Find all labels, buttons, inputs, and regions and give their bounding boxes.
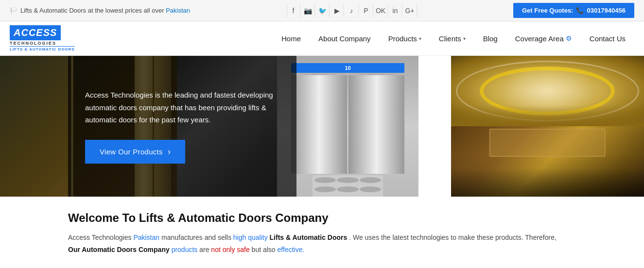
tagline: Lifts & Automatic Doors at the lowest pr… <box>20 7 190 14</box>
nav-clients[interactable]: Clients ▾ <box>430 30 474 48</box>
youtube-icon[interactable]: ▶ <box>331 4 344 17</box>
not-only-safe-text: not only safe <box>211 246 249 253</box>
nav-home[interactable]: Home <box>273 30 310 48</box>
linkedin-icon[interactable]: in <box>389 4 402 17</box>
phone-icon: 📞 <box>576 7 584 14</box>
googleplus-icon[interactable]: G+ <box>403 4 417 17</box>
arrow-icon: › <box>168 147 171 157</box>
header: ACCESS TECHNOLOGIES LIFTS & AUTOMATIC DO… <box>0 21 644 56</box>
hero-image-right <box>451 56 644 197</box>
twitter-icon[interactable]: 🐦 <box>316 4 330 17</box>
welcome-title: Welcome To Lifts & Automatic Doors Compa… <box>68 211 576 225</box>
product-name-bold: Lifts & Automatic Doors <box>270 234 348 241</box>
flag-icon: 🏳️ <box>10 7 17 14</box>
hero-section: 10 <box>0 56 644 197</box>
facebook-icon[interactable]: f <box>287 4 300 17</box>
nav-contact[interactable]: Contact Us <box>581 30 634 48</box>
get-free-quotes-button[interactable]: Get Free Quotes: 📞 03017940456 <box>513 3 634 18</box>
nav-about[interactable]: About Company <box>310 30 380 48</box>
instagram-icon[interactable]: 📷 <box>301 4 315 17</box>
hero-overlay: Access Technologies is the leading and f… <box>68 56 296 197</box>
social-icons: f 📷 🐦 ▶ ♪ P OK in G+ <box>287 4 417 17</box>
logo[interactable]: ACCESS TECHNOLOGIES LIFTS & AUTOMATIC DO… <box>10 25 75 51</box>
welcome-section: Welcome To Lifts & Automatic Doors Compa… <box>0 197 644 266</box>
welcome-text: Access Technologies Pakistan manufacture… <box>68 232 576 256</box>
chevron-down-icon: ▾ <box>463 36 466 41</box>
pakistan-link[interactable]: Pakistan <box>166 7 190 14</box>
hero-image-elevator: 10 <box>277 56 419 197</box>
pakistan-text: Pakistan <box>133 234 159 241</box>
logo-sub2: LIFTS & AUTOMATIC DOORS <box>10 46 75 51</box>
view-products-button[interactable]: View Our Products › <box>85 140 185 164</box>
company-name-bold: Our Automatic Doors Company <box>68 246 170 253</box>
nav-coverage[interactable]: Coverage Area ⚙ <box>506 30 581 48</box>
high-quality-text: high quality <box>233 234 270 241</box>
nav-products[interactable]: Products ▾ <box>380 30 430 48</box>
effective-text: effective. <box>278 246 305 253</box>
chevron-down-icon: ▾ <box>419 36 421 41</box>
logo-text: ACCESS <box>14 27 57 38</box>
top-bar: 🏳️ Lifts & Automatic Doors at the lowest… <box>0 0 644 21</box>
main-nav: Home About Company Products ▾ Clients ▾ … <box>273 30 634 48</box>
tiktok-icon[interactable]: ♪ <box>345 4 359 17</box>
pinterest-icon[interactable]: P <box>360 4 373 17</box>
ok-icon[interactable]: OK <box>374 4 388 17</box>
logo-sub1: TECHNOLOGIES <box>10 41 56 46</box>
filter-icon: ⚙ <box>566 34 572 42</box>
topbar-left: 🏳️ Lifts & Automatic Doors at the lowest… <box>10 7 190 14</box>
products-link: products <box>172 246 198 253</box>
logo-box: ACCESS <box>10 25 61 40</box>
nav-blog[interactable]: Blog <box>474 30 506 48</box>
hero-description: Access Technologies is the leading and f… <box>85 89 279 126</box>
